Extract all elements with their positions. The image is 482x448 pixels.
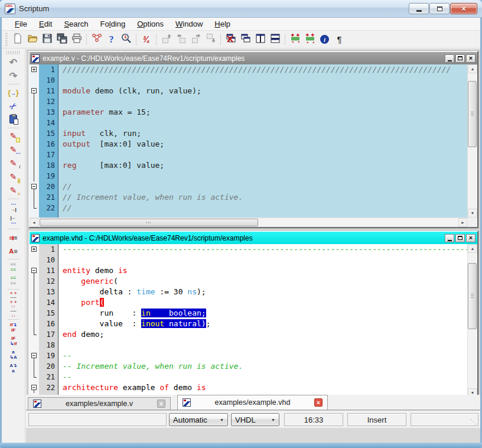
code-line[interactable]: generic( — [63, 276, 467, 287]
code-line[interactable]: run : in boolean; — [63, 308, 467, 319]
cut-button[interactable]: ✂ — [6, 99, 21, 113]
language-select[interactable]: VHDL ▼ — [231, 413, 279, 426]
menu-file[interactable]: File — [9, 18, 33, 30]
collapse-all-folds-button[interactable] — [288, 32, 302, 47]
show-invisibles-button[interactable]: ¶ — [332, 32, 347, 47]
fold-marker[interactable]: − — [30, 86, 39, 96]
code-line[interactable]: input clk, run; — [63, 128, 467, 139]
child-titlebar[interactable]: example.vhd - C:/HDLWorks/ease/Ease74Rev… — [30, 232, 477, 244]
child-close-button[interactable]: × — [466, 54, 476, 63]
goto-brace-button[interactable]: {→} — [6, 86, 21, 99]
child-maximize-button[interactable] — [455, 234, 465, 242]
code-editor[interactable]: +−−− 110111213141516171819202122 -------… — [30, 244, 467, 397]
help-button[interactable]: ? — [104, 32, 119, 47]
redo-button[interactable]: ↷ — [6, 69, 21, 83]
edit-right-button[interactable] — [188, 32, 203, 47]
child-close-button[interactable]: × — [466, 234, 476, 242]
next-bookmark-button[interactable]: ⋯→| — [6, 200, 21, 214]
fold-marker[interactable]: − — [30, 181, 39, 192]
scroll-right-arrow[interactable]: ► — [458, 218, 467, 227]
tab-close-button[interactable]: × — [157, 400, 165, 408]
paste-button[interactable] — [6, 113, 21, 126]
vertical-scroll-thumb[interactable] — [468, 81, 477, 147]
scroll-up-arrow[interactable]: ▲ — [468, 244, 477, 253]
code-line[interactable] — [63, 340, 467, 350]
code-line[interactable]: architecture example of demo is — [63, 382, 467, 393]
info-button[interactable]: i — [317, 32, 332, 47]
child-titlebar[interactable]: example.v - C:/HDLWorks/ease/Ease74Rev1/… — [30, 52, 477, 64]
fold-marker[interactable]: + — [30, 244, 39, 255]
tile-horizontal-button[interactable] — [268, 32, 282, 47]
code-line[interactable] — [63, 150, 467, 160]
scroll-left-arrow[interactable]: ◄ — [30, 218, 38, 227]
code-line[interactable]: parameter max = 15; — [63, 107, 467, 118]
toolbar-grip[interactable] — [6, 51, 21, 54]
code-line[interactable]: -- — [63, 372, 467, 382]
vertical-scroll-thumb[interactable] — [468, 263, 477, 329]
child-maximize-button[interactable] — [455, 54, 465, 63]
code-line[interactable]: -- — [63, 350, 467, 361]
code-line[interactable]: port( — [63, 297, 467, 308]
child-minimize-button[interactable] — [445, 234, 454, 242]
highlight-minus-button[interactable]: ✎- — [6, 170, 21, 184]
find-button[interactable] — [119, 32, 133, 47]
scroll-down-arrow[interactable]: ▼ — [468, 209, 477, 217]
diagram-button[interactable] — [89, 32, 104, 47]
menu-help[interactable]: Help — [209, 18, 236, 30]
code-line[interactable]: ////////////////////////////////////////… — [63, 64, 467, 75]
menu-window[interactable]: Window — [170, 18, 209, 30]
titlebar[interactable]: Scriptum × — [0, 0, 482, 18]
code-line[interactable]: // Increment value, when run is active. — [63, 192, 467, 203]
highlight-lines-button[interactable]: ✎≡ — [6, 184, 21, 197]
align-text-button[interactable]: A≡ — [6, 244, 21, 258]
save-button[interactable] — [40, 32, 54, 47]
cascade-windows-button[interactable] — [238, 32, 253, 47]
undo-button[interactable]: ↶ — [6, 56, 21, 69]
mode-select[interactable]: Automatic ▼ — [169, 413, 228, 426]
edit-down-button[interactable] — [203, 32, 218, 47]
child-minimize-button[interactable] — [445, 54, 454, 63]
keywords-uppercase-button[interactable]: if↴IF — [6, 321, 21, 335]
special-chars-button[interactable]: ¾ — [139, 32, 154, 47]
highlight-off-button[interactable]: ✎/ — [6, 157, 21, 170]
code-line[interactable] — [63, 96, 467, 107]
code-line[interactable]: delta : time := 30 ns); — [63, 287, 467, 297]
edit-up-button[interactable] — [159, 32, 174, 47]
close-all-windows-button[interactable] — [223, 32, 238, 47]
code-line[interactable]: module demo (clk, run, value); — [63, 86, 467, 96]
code-line[interactable]: ----------------------------------------… — [63, 244, 467, 255]
edit-left-button[interactable] — [174, 32, 188, 47]
prev-bookmark-button[interactable]: |←⋯ — [6, 214, 21, 228]
save-all-button[interactable] — [54, 32, 69, 47]
join-lines-button[interactable]: ⇉≡ — [6, 231, 21, 244]
code-line[interactable]: -- Increment value, when run is active. — [63, 361, 467, 372]
menu-folding[interactable]: Folding — [95, 18, 132, 30]
code-line[interactable]: output [max:0] value; — [63, 139, 467, 150]
scroll-up-arrow[interactable]: ▲ — [468, 64, 477, 73]
close-button[interactable]: × — [450, 3, 477, 14]
code-line[interactable] — [63, 255, 467, 265]
fold-marker[interactable]: − — [30, 382, 39, 393]
horizontal-scrollbar[interactable]: ◄ ► — [30, 217, 467, 227]
minimize-button[interactable] — [409, 3, 429, 14]
toolbar-grip[interactable] — [4, 33, 8, 46]
tab-examples-example-vhd[interactable]: examples/example.vhd× — [177, 395, 328, 410]
expand-selection-button[interactable]: ↑↑──↓↓ — [6, 304, 21, 318]
highlight-dots-button[interactable]: ✎⋯ — [6, 143, 21, 157]
horizontal-scroll-thumb[interactable] — [40, 219, 258, 226]
code-line[interactable]: // — [63, 181, 467, 192]
comment-button[interactable]: ≡≡≡≡ — [6, 261, 21, 274]
tile-vertical-button[interactable] — [253, 32, 268, 47]
collapse-selection-button[interactable]: ＋＋──＋＋ — [6, 291, 21, 304]
menu-search[interactable]: Search — [58, 18, 94, 30]
code-area[interactable]: ----------------------------------------… — [58, 244, 467, 397]
keywords-lowercase-button[interactable]: IF↳if — [6, 335, 21, 348]
code-line[interactable]: end demo; — [63, 329, 467, 340]
code-line[interactable] — [63, 75, 467, 86]
tab-examples-example-v[interactable]: examples/example.v× — [28, 397, 171, 410]
code-line[interactable]: reg [max:0] value; — [63, 160, 467, 171]
vertical-scrollbar[interactable]: ▲ ▼ — [467, 244, 477, 397]
fold-gutter[interactable]: +−−− — [30, 244, 39, 397]
code-line[interactable] — [63, 171, 467, 181]
expand-all-folds-button[interactable] — [302, 32, 317, 47]
